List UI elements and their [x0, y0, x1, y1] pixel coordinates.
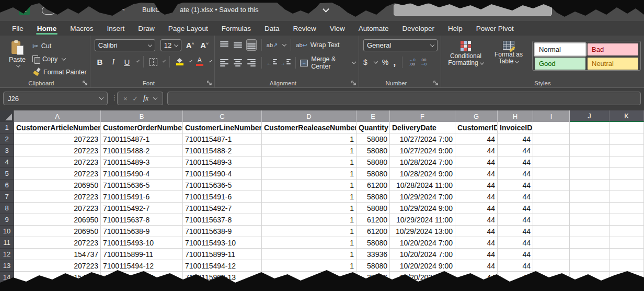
column-header-J[interactable]: J — [570, 110, 610, 122]
cell-E1[interactable]: Quantity — [356, 122, 390, 133]
cell-C1[interactable]: CustomerLineNumber — [183, 122, 262, 133]
menu-tab-developer[interactable]: Developer — [396, 21, 442, 36]
cell-C4[interactable]: 7100115489-3 — [183, 156, 262, 168]
wrap-text-button[interactable]: ab↩ — [296, 39, 307, 51]
cell-C13[interactable]: 7100115494-12 — [183, 260, 262, 272]
cell-I3[interactable] — [533, 145, 570, 156]
row-header-12[interactable]: 12 — [0, 249, 14, 260]
cell-F8[interactable]: 10/29/2024 9:00 — [390, 203, 455, 214]
cell-K6[interactable] — [610, 180, 644, 191]
excel-app-icon[interactable]: X — [19, 4, 30, 15]
cell-G13[interactable]: 44 — [455, 260, 498, 272]
cell-J11[interactable] — [570, 237, 610, 249]
cell-E9[interactable]: 61200 — [356, 214, 390, 226]
column-header-H[interactable]: H — [498, 110, 533, 122]
cell-K3[interactable] — [610, 145, 644, 156]
cell-B11[interactable]: 7100115493-10 — [101, 237, 183, 249]
cell-J8[interactable] — [570, 203, 610, 214]
cell-style-good[interactable]: Good — [535, 58, 585, 70]
cell-F6[interactable]: 10/28/2024 11:00 — [390, 180, 455, 191]
cell-A1[interactable]: CustomerArticleNumber — [14, 122, 101, 133]
orientation-button[interactable]: ab↗ — [267, 39, 278, 51]
merge-center-label[interactable]: Merge & Center — [311, 55, 348, 70]
title-dropdown-chevron-icon[interactable] — [323, 6, 329, 13]
cell-G10[interactable]: 44 — [455, 226, 498, 237]
cell-K9[interactable] — [610, 214, 644, 226]
increase-font-size-button[interactable]: A˄ — [185, 41, 196, 50]
cell-E2[interactable]: 58080 — [356, 133, 390, 145]
cell-F5[interactable]: 10/28/2024 9:00 — [390, 168, 455, 180]
fill-color-chevron-icon[interactable] — [189, 60, 192, 63]
wrap-text-label[interactable]: Wrap Text — [310, 41, 340, 49]
column-header-G[interactable]: G — [455, 110, 498, 122]
cell-K1[interactable] — [610, 122, 644, 133]
cell-J9[interactable] — [570, 214, 610, 226]
cell-D1[interactable]: CustomerRealeaseNumber — [262, 122, 356, 133]
cell-A11[interactable]: 207223 — [14, 237, 101, 249]
cell-K10[interactable] — [610, 226, 644, 237]
cell-C12[interactable]: 7100115899-11 — [183, 249, 262, 260]
cell-D12[interactable]: 1 — [262, 249, 356, 260]
cell-F12[interactable]: 10/20/2024 7:00 — [390, 249, 455, 260]
cell-G14[interactable]: 44 — [455, 272, 498, 283]
cell-C2[interactable]: 7100115487-1 — [183, 133, 262, 145]
accounting-chevron-icon[interactable] — [374, 59, 378, 63]
column-header-K[interactable]: K — [610, 110, 644, 122]
cell-G6[interactable]: 44 — [455, 180, 498, 191]
underline-button[interactable]: U — [122, 56, 132, 68]
row-header-14[interactable]: 14 — [0, 272, 14, 283]
cell-J3[interactable] — [570, 145, 610, 156]
cell-H13[interactable]: 44 — [498, 260, 533, 272]
percent-style-button[interactable]: % — [382, 58, 388, 66]
menu-tab-page-layout[interactable]: Page Layout — [162, 21, 215, 36]
cell-I13[interactable] — [533, 260, 570, 272]
underline-chevron-icon[interactable] — [136, 60, 140, 63]
row-header-13[interactable]: 13 — [0, 260, 14, 272]
cut-button[interactable]: ✂ Cut — [32, 41, 87, 51]
font-name-combobox[interactable]: Calibri — [95, 39, 155, 51]
font-dialog-launcher-icon[interactable] — [207, 81, 212, 86]
cell-D9[interactable]: 1 — [262, 214, 356, 226]
cell-I10[interactable] — [533, 226, 570, 237]
cell-H2[interactable]: 44 — [498, 133, 533, 145]
cell-E6[interactable]: 61200 — [356, 180, 390, 191]
cell-B7[interactable]: 7100115491-6 — [101, 191, 183, 203]
cell-G4[interactable]: 44 — [455, 156, 498, 168]
formula-input[interactable] — [167, 92, 641, 105]
format-as-table-button[interactable]: Format as Table — [488, 39, 529, 78]
cell-F13[interactable]: 10/20/2024 9:00 — [390, 260, 455, 272]
cell-H11[interactable]: 44 — [498, 237, 533, 249]
decrease-indent-button[interactable]: ← — [267, 57, 277, 69]
cell-F9[interactable]: 10/29/2024 11:00 — [390, 214, 455, 226]
cell-F1[interactable]: DeliveryDate — [390, 122, 455, 133]
comma-style-button[interactable]: , — [393, 57, 396, 68]
cell-G11[interactable]: 44 — [455, 237, 498, 249]
font-size-combobox[interactable]: 12 — [160, 39, 181, 51]
cell-B6[interactable]: 7100115636-5 — [101, 180, 183, 191]
column-header-I[interactable]: I — [533, 110, 570, 122]
cell-H7[interactable]: 44 — [498, 191, 533, 203]
cell-K2[interactable] — [610, 133, 644, 145]
titlebar-search-box[interactable] — [394, 4, 552, 16]
insert-function-icon[interactable]: fx — [143, 94, 148, 103]
row-header-9[interactable]: 9 — [0, 214, 14, 226]
paste-button[interactable]: Paste — [4, 39, 30, 78]
copy-button[interactable]: Copy — [32, 54, 87, 64]
cell-I8[interactable] — [533, 203, 570, 214]
name-box[interactable]: J26 — [3, 92, 108, 105]
cell-D6[interactable]: 1 — [262, 180, 356, 191]
font-color-chevron-icon[interactable] — [209, 60, 212, 63]
cell-F14[interactable]: 10/20/2024 9:00 — [390, 272, 455, 283]
cell-I2[interactable] — [533, 133, 570, 145]
alignment-dialog-launcher-icon[interactable] — [351, 81, 356, 86]
cell-A14[interactable]: 154737 — [14, 272, 101, 283]
orientation-chevron-icon[interactable] — [282, 42, 286, 46]
cell-F11[interactable]: 10/20/2024 7:00 — [390, 237, 455, 249]
cell-D13[interactable]: 1 — [262, 260, 356, 272]
fill-color-button[interactable] — [175, 56, 185, 68]
number-dialog-launcher-icon[interactable] — [433, 81, 439, 86]
cell-G8[interactable]: 44 — [455, 203, 498, 214]
align-top-button[interactable] — [219, 39, 229, 51]
column-header-C[interactable]: C — [183, 110, 262, 122]
cell-B1[interactable]: CustomerOrderNumber — [101, 122, 183, 133]
